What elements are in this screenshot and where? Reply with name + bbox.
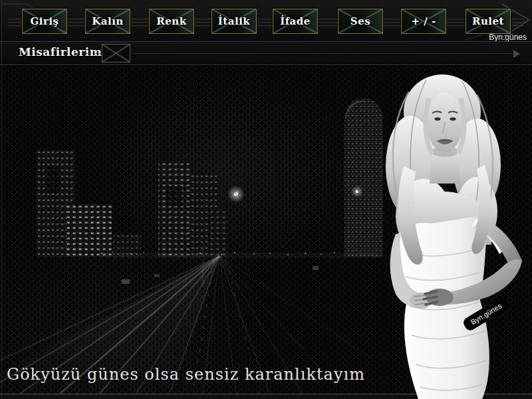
italic-button[interactable]: İtalik [211, 9, 257, 34]
guests-dropdown-label[interactable]: Misafirlerimiz [19, 45, 113, 59]
roulette-button[interactable]: Rulet [466, 9, 511, 34]
emote-button[interactable]: İfade [273, 9, 318, 34]
color-button[interactable]: Renk [149, 9, 194, 34]
city-skyline-image [0, 66, 386, 394]
signature-text: Byn.günes [489, 33, 527, 42]
divider [82, 53, 101, 54]
arrow-right-icon [513, 50, 520, 58]
divider [133, 53, 512, 54]
chat-room-window: Giriş Kalın Renk İtalik İfade Ses + / - … [0, 0, 532, 399]
caption-text: Gökyüzü günes olsa sensiz karanlıktayım [7, 365, 365, 384]
login-button[interactable]: Giriş [22, 9, 67, 34]
font-size-button[interactable]: + / - [401, 9, 446, 34]
eye [450, 118, 456, 121]
woman-photo: Byn.günes [362, 66, 532, 399]
buildings [37, 98, 383, 257]
bold-button[interactable]: Kalın [85, 9, 130, 34]
toolbar-corner-decor [0, 0, 532, 41]
sound-button[interactable]: Ses [338, 9, 383, 34]
guests-dropdown-toggle[interactable] [102, 44, 130, 63]
window-edge [1, 0, 2, 399]
eye [434, 118, 440, 121]
toolbar: Giriş Kalın Renk İtalik İfade Ses + / - … [0, 0, 532, 41]
guests-bar: Misafirlerimiz [0, 41, 532, 65]
